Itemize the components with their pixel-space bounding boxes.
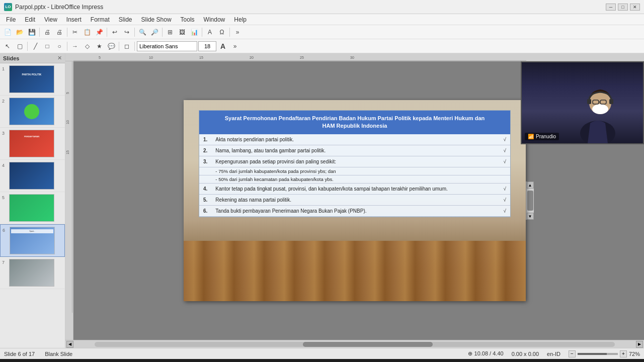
menu-view[interactable]: View	[40, 15, 61, 24]
line-tool[interactable]: ╱	[30, 41, 41, 52]
dimensions-info: 0.00 x 0.00	[512, 351, 539, 357]
row-num-sub2	[199, 175, 211, 183]
menu-bar: File Edit View Insert Format Slide Slide…	[0, 14, 644, 25]
save-button[interactable]: 💾	[26, 27, 37, 38]
menu-slideshow[interactable]: Slide Show	[137, 15, 176, 24]
menu-insert[interactable]: Insert	[62, 15, 86, 24]
svg-text:5: 5	[66, 92, 69, 94]
zoom-slider[interactable]	[578, 353, 618, 355]
slides-panel-label: Slides	[3, 55, 19, 61]
insert-image-button[interactable]: 🖼	[177, 27, 188, 38]
font-name-input[interactable]	[137, 41, 197, 51]
redo-button[interactable]: ↪	[121, 27, 132, 38]
zoom-percentage: 72%	[629, 351, 640, 357]
zoom-in-button[interactable]: 🔍	[137, 27, 148, 38]
slide-info: Slide 6 of 17	[4, 351, 35, 357]
copy-button[interactable]: 📋	[82, 27, 93, 38]
new-button[interactable]: 📄	[2, 27, 13, 38]
menu-help[interactable]: Help	[230, 15, 251, 24]
open-button[interactable]: 📂	[14, 27, 25, 38]
scrollbar-vertical[interactable]: ▲ ▼	[526, 182, 534, 220]
window-controls: ─ □ ✕	[606, 4, 640, 11]
special-char-button[interactable]: Ω	[216, 27, 227, 38]
shadow-tool[interactable]: ◻	[121, 41, 132, 52]
ruler-horizontal: 5 10 15 20 25 30	[65, 53, 644, 61]
slide-title: Syarat Permohonan Pendaftaran Pendirian …	[199, 111, 510, 134]
row-text-sub1: - 75% dari jumlah kabupaten/kota pada pr…	[211, 167, 499, 175]
increase-font-button[interactable]: A	[217, 41, 228, 52]
rect-tool[interactable]: □	[42, 41, 53, 52]
slide-item-6[interactable]: 6 Syarat...	[0, 224, 65, 257]
menu-tools[interactable]: Tools	[177, 15, 199, 24]
scroll-left-button[interactable]: ◀	[66, 341, 73, 348]
svg-text:25: 25	[300, 56, 304, 59]
scrollbar-horizontal[interactable]: ◀ ▶	[65, 340, 644, 348]
canvas-area: 5 10 15 20 25 30 5 10 15	[65, 53, 644, 348]
text-button[interactable]: A	[204, 27, 215, 38]
webcam-overlay: 📶 Pranudio	[521, 61, 644, 144]
slide-item-3[interactable]: 3 PENDAFTARAN	[0, 128, 65, 160]
flowchart-tool[interactable]: ◇	[82, 41, 93, 52]
more-button[interactable]: »	[232, 27, 243, 38]
signal-icon: 📶	[528, 134, 534, 139]
undo-button[interactable]: ↩	[109, 27, 120, 38]
more-format-button[interactable]: »	[229, 41, 240, 52]
separator-6	[202, 28, 202, 37]
zoom-out-button[interactable]: 🔎	[149, 27, 160, 38]
row-check-sub2	[500, 175, 511, 183]
row-text-4: Kantor tetap pada tingkat pusat, provins…	[211, 183, 499, 194]
horizontal-scrollbar-thumb[interactable]	[303, 342, 433, 347]
table-button[interactable]: ⊞	[165, 27, 176, 38]
slide-thumb-3: PENDAFTARAN	[9, 130, 54, 157]
star-tool[interactable]: ★	[94, 41, 105, 52]
scroll-thumb[interactable]	[527, 191, 533, 211]
table-row: 4. Kantor tetap pada tingkat pusat, prov…	[199, 183, 510, 194]
maximize-button[interactable]: □	[618, 4, 628, 11]
close-button[interactable]: ✕	[630, 4, 640, 11]
slide-item-5[interactable]: 5	[0, 192, 65, 224]
slide-item-1[interactable]: 1 PARTAI POLITIK	[0, 63, 65, 96]
cut-button[interactable]: ✂	[69, 27, 80, 38]
arrow-tool[interactable]: ↖	[2, 41, 13, 52]
scroll-up-button[interactable]: ▲	[527, 182, 534, 189]
wooden-table	[184, 241, 526, 301]
ellipse-tool[interactable]: ○	[54, 41, 65, 52]
zoom-in-status[interactable]: +	[620, 350, 627, 357]
table-row: 3. Kepengurusan pada setiap provinsi dan…	[199, 156, 510, 167]
svg-rect-18	[609, 99, 613, 104]
svg-text:10: 10	[149, 56, 153, 59]
callout-tool[interactable]: 💬	[106, 41, 117, 52]
row-check-2: √	[500, 145, 511, 156]
slide-item-2[interactable]: 2	[0, 96, 65, 128]
layout-info: Blank Slide	[45, 351, 72, 357]
minimize-button[interactable]: ─	[606, 4, 616, 11]
print-button[interactable]: 🖨	[54, 27, 65, 38]
font-size-input[interactable]	[198, 41, 216, 51]
row-check-1: √	[500, 134, 511, 145]
separator-3	[107, 28, 107, 37]
table-row: 6. Tanda bukti pembayaran Penerimaan Neg…	[199, 205, 510, 216]
scroll-right-button[interactable]: ▶	[636, 341, 643, 348]
separator-1	[39, 28, 40, 37]
slides-panel-close[interactable]: ✕	[57, 55, 62, 61]
menu-format[interactable]: Format	[87, 15, 114, 24]
connector-tool[interactable]: →	[69, 41, 80, 52]
slide-item-7[interactable]: 7	[0, 257, 65, 289]
coord-icon: ⊕	[468, 350, 472, 356]
zoom-out-status[interactable]: −	[569, 350, 576, 357]
svg-text:5: 5	[99, 56, 101, 59]
paste-button[interactable]: 📌	[94, 27, 105, 38]
menu-slide[interactable]: Slide	[115, 15, 136, 24]
menu-file[interactable]: File	[2, 15, 20, 24]
scroll-down-button[interactable]: ▼	[527, 213, 534, 220]
row-num-2: 2.	[199, 145, 211, 156]
coordinates-info: ⊕ 10.08 / 4.40	[468, 350, 503, 357]
print-preview-button[interactable]: 🖨	[42, 27, 53, 38]
menu-window[interactable]: Window	[200, 15, 229, 24]
menu-edit[interactable]: Edit	[21, 15, 39, 24]
chart-button[interactable]: 📊	[189, 27, 200, 38]
status-right: ⊕ 10.08 / 4.40 0.00 x 0.00 en-ID − + 72%	[468, 350, 640, 357]
select-tool[interactable]: ▢	[14, 41, 25, 52]
slide-item-4[interactable]: 4	[0, 160, 65, 192]
slide-number-1: 1	[2, 66, 9, 71]
